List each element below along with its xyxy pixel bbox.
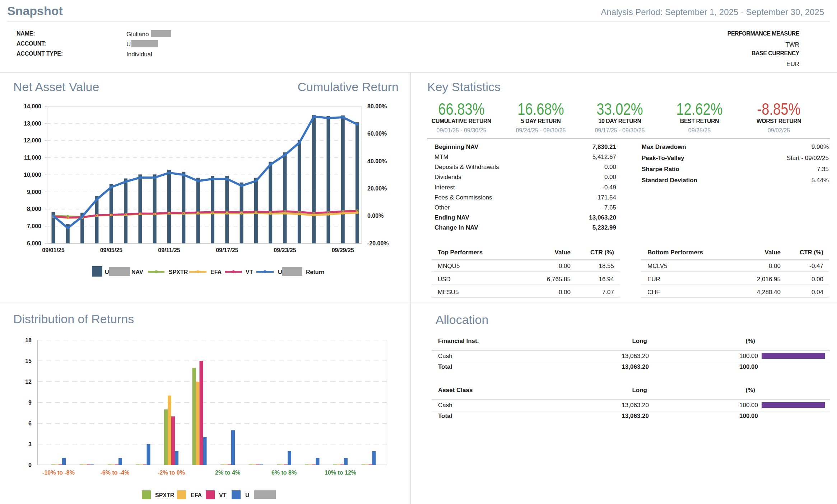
svg-text:7,000: 7,000 [27,223,41,229]
svg-text:EFA: EFA [210,269,222,275]
svg-text:-10% to -8%: -10% to -8% [42,470,75,476]
svg-text:VT: VT [219,492,227,498]
svg-text:15: 15 [25,358,32,364]
svg-text:SPXTR: SPXTR [155,492,175,498]
svg-text:09/23/25: 09/23/25 [274,247,296,253]
svg-text:3: 3 [28,441,32,447]
svg-text:09/01/25: 09/01/25 [42,247,64,253]
svg-text:0: 0 [28,462,32,468]
svg-text:2% to 4%: 2% to 4% [215,470,240,476]
svg-text:8,000: 8,000 [27,206,41,212]
svg-text:0.00%: 0.00% [367,213,383,219]
svg-text:VT: VT [246,269,253,275]
svg-text:09/17/25: 09/17/25 [216,247,238,253]
svg-text:09/29/25: 09/29/25 [332,247,354,253]
svg-text:40.00%: 40.00% [367,158,387,164]
svg-text:Return: Return [306,269,325,275]
svg-text:14,000: 14,000 [24,103,41,109]
svg-text:U: U [245,492,250,498]
svg-text:NAV: NAV [131,269,143,275]
svg-text:-2% to 0%: -2% to 0% [158,470,185,476]
svg-text:6,000: 6,000 [27,240,41,246]
svg-text:U: U [105,269,109,275]
svg-text:-20.00%: -20.00% [367,240,389,246]
svg-text:SPXTR: SPXTR [169,269,188,275]
svg-text:9,000: 9,000 [27,189,41,195]
svg-text:20.00%: 20.00% [367,185,387,192]
svg-text:09/11/25: 09/11/25 [158,247,180,253]
svg-text:80.00%: 80.00% [367,103,387,109]
svg-text:EFA: EFA [191,492,202,498]
svg-text:11,000: 11,000 [24,155,41,161]
svg-text:9: 9 [28,400,32,406]
svg-text:10,000: 10,000 [24,172,41,178]
svg-text:U: U [278,269,282,275]
svg-text:12,000: 12,000 [24,137,41,143]
svg-text:6: 6 [28,420,32,427]
svg-text:60.00%: 60.00% [367,131,387,137]
svg-text:09/05/25: 09/05/25 [100,247,122,253]
svg-text:12: 12 [25,379,32,385]
svg-text:18: 18 [25,337,32,343]
svg-text:13,000: 13,000 [24,121,41,127]
svg-text:-6% to -4%: -6% to -4% [101,470,130,476]
svg-text:6% to 8%: 6% to 8% [271,470,297,476]
svg-text:10% to 12%: 10% to 12% [325,470,356,476]
